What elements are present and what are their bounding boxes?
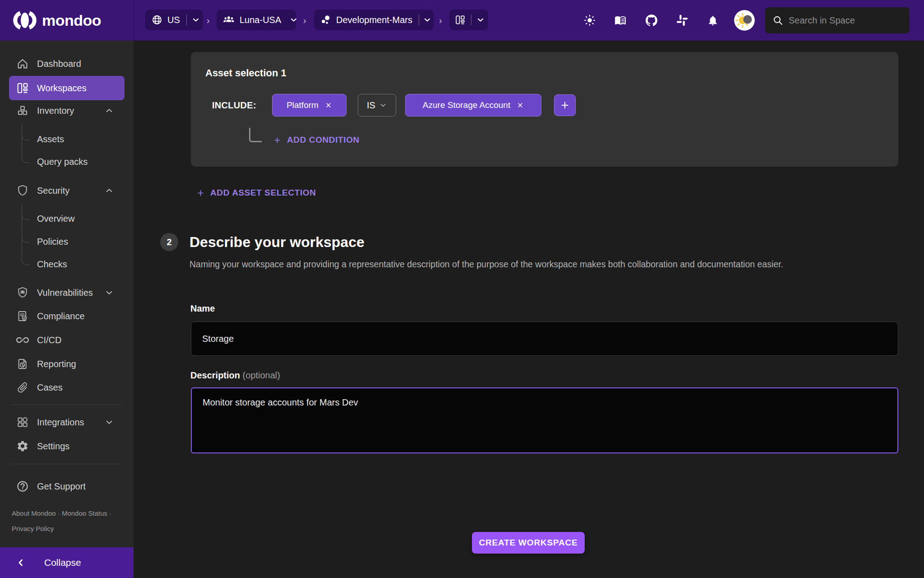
- github-icon[interactable]: [646, 14, 657, 26]
- chevron-down-icon[interactable]: [104, 417, 114, 427]
- sidebar-divider: [11, 405, 123, 405]
- sidebar-item-label: Get Support: [37, 481, 86, 492]
- sidebar-item-label: Settings: [37, 441, 69, 452]
- sidebar-item-security[interactable]: Security: [0, 181, 134, 200]
- search-box: [765, 7, 910, 33]
- condition-tree-connector: [249, 128, 262, 142]
- space-dots-icon: [320, 14, 331, 25]
- add-condition-label: ADD CONDITION: [287, 135, 360, 145]
- chevron-down-icon[interactable]: [189, 9, 203, 30]
- breadcrumb-separator: ›: [303, 0, 306, 41]
- workspaces-grid-icon: [455, 14, 466, 25]
- sidebar-item-label: Checks: [37, 259, 67, 270]
- workspace-description-input[interactable]: Monitor storage accounts for Mars Dev: [191, 387, 898, 453]
- sidebar-item-label: Vulnerabilities: [37, 288, 93, 298]
- chevron-down-icon[interactable]: [473, 9, 488, 30]
- globe-icon: [152, 14, 162, 25]
- mondoo-logo[interactable]: mondoo: [11, 0, 101, 41]
- description-field-label: Description (optional): [190, 370, 280, 381]
- sidebar-item-label: Policies: [37, 237, 68, 247]
- crumb-divider: [471, 14, 471, 25]
- remove-chip-icon[interactable]: [325, 102, 332, 109]
- step-number-badge: 2: [160, 233, 178, 251]
- sidebar-item-label: Cases: [37, 382, 63, 393]
- shield-icon: [16, 184, 29, 197]
- privacy-policy-link[interactable]: Privacy Policy: [12, 525, 54, 532]
- sidebar-item-label: Inventory: [37, 106, 74, 116]
- search-input[interactable]: [789, 15, 902, 26]
- add-filter-button[interactable]: [554, 94, 576, 116]
- breadcrumb-workspace[interactable]: [449, 9, 488, 30]
- workspaces-grid-icon: [16, 82, 29, 94]
- sidebar-item-cicd[interactable]: CI/CD: [0, 330, 134, 350]
- user-avatar[interactable]: [734, 10, 755, 31]
- sidebar-item-label: Compliance: [37, 311, 85, 322]
- organization-people-icon: [223, 14, 235, 26]
- sidebar-item-policies[interactable]: Policies: [0, 232, 134, 252]
- chevron-down-icon[interactable]: [104, 288, 114, 298]
- breadcrumb-region[interactable]: US: [145, 9, 203, 30]
- top-bar: mondoo US › Luna-USA ›: [0, 0, 924, 41]
- search-icon: [772, 15, 783, 26]
- chip-label: Platform: [286, 100, 319, 110]
- sidebar-item-query-packs[interactable]: Query packs: [0, 152, 134, 172]
- sidebar-item-label: Security: [37, 186, 69, 196]
- document-check-icon: [16, 310, 29, 322]
- chevron-up-icon[interactable]: [104, 186, 114, 196]
- mondoo-status-link[interactable]: Mondoo Status: [62, 509, 107, 517]
- sidebar-divider: [11, 464, 123, 464]
- sidebar-item-label: Reporting: [37, 359, 76, 369]
- inventory-boxes-icon: [16, 104, 29, 117]
- home-icon: [16, 57, 29, 70]
- breadcrumb-space[interactable]: Development-Mars: [314, 9, 434, 30]
- mondoo-logo-text: mondoo: [42, 12, 101, 29]
- sidebar-collapse-button[interactable]: Collapse: [0, 547, 134, 578]
- sidebar-footer-line-2: Privacy Policy: [12, 525, 54, 532]
- create-workspace-button[interactable]: CREATE WORKSPACE: [472, 532, 585, 554]
- filter-chip-platform[interactable]: Platform: [272, 94, 346, 117]
- description-label-text: Description: [190, 370, 240, 380]
- sidebar-item-settings[interactable]: Settings: [0, 436, 134, 456]
- sidebar-item-compliance[interactable]: Compliance: [0, 306, 134, 326]
- sidebar-item-dashboard[interactable]: Dashboard: [0, 54, 134, 74]
- add-condition-button[interactable]: ADD CONDITION: [273, 135, 360, 145]
- chevron-down-icon[interactable]: [421, 9, 434, 30]
- sidebar-item-integrations[interactable]: Integrations: [0, 412, 134, 432]
- operator-value: IS: [367, 100, 375, 111]
- sidebar-item-cases[interactable]: Cases: [0, 378, 134, 397]
- breadcrumb-organization[interactable]: Luna-USA: [217, 9, 296, 30]
- sidebar-item-workspaces[interactable]: Workspaces: [9, 76, 125, 100]
- main-content: Asset selection 1 INCLUDE: Platform IS A…: [134, 41, 924, 578]
- about-mondoo-link[interactable]: About Mondoo: [12, 509, 56, 517]
- remove-chip-icon[interactable]: [517, 102, 524, 109]
- topbar-seam-divider: [134, 0, 134, 41]
- operator-select[interactable]: IS: [358, 94, 396, 117]
- asset-selection-card: Asset selection 1 INCLUDE: Platform IS A…: [191, 52, 898, 167]
- chevron-down-icon[interactable]: [289, 9, 298, 30]
- sidebar-item-overview[interactable]: Overview: [0, 209, 134, 228]
- gear-icon: [16, 440, 29, 452]
- report-pie-document-icon: [16, 358, 29, 370]
- sidebar-item-checks[interactable]: Checks: [0, 254, 134, 274]
- sidebar-item-vulnerabilities[interactable]: Vulnerabilities: [0, 283, 134, 303]
- chevron-down-icon: [379, 101, 387, 109]
- workspace-name-input[interactable]: [191, 322, 898, 356]
- chevron-up-icon[interactable]: [104, 106, 114, 116]
- slack-icon[interactable]: [676, 14, 688, 26]
- notifications-bell-icon[interactable]: [707, 14, 719, 26]
- light-mode-sun-icon[interactable]: [584, 14, 596, 26]
- docs-book-icon[interactable]: [614, 14, 626, 26]
- sidebar-item-reporting[interactable]: Reporting: [0, 354, 134, 374]
- breadcrumb-separator: ›: [207, 0, 210, 41]
- sidebar-item-assets[interactable]: Assets: [0, 129, 134, 149]
- sidebar: Dashboard Workspaces Inventory A: [0, 41, 134, 578]
- crumb-divider: [186, 14, 187, 25]
- breadcrumb-region-label: US: [167, 15, 180, 25]
- filter-chip-azure-storage-account[interactable]: Azure Storage Account: [405, 94, 541, 117]
- breadcrumb-organization-label: Luna-USA: [240, 15, 281, 25]
- sidebar-item-get-support[interactable]: Get Support: [0, 476, 134, 496]
- sidebar-item-label: Dashboard: [37, 59, 81, 69]
- sidebar-item-inventory[interactable]: Inventory: [0, 101, 134, 121]
- add-asset-selection-button[interactable]: ADD ASSET SELECTION: [196, 188, 316, 198]
- breadcrumb-separator: ›: [439, 0, 442, 41]
